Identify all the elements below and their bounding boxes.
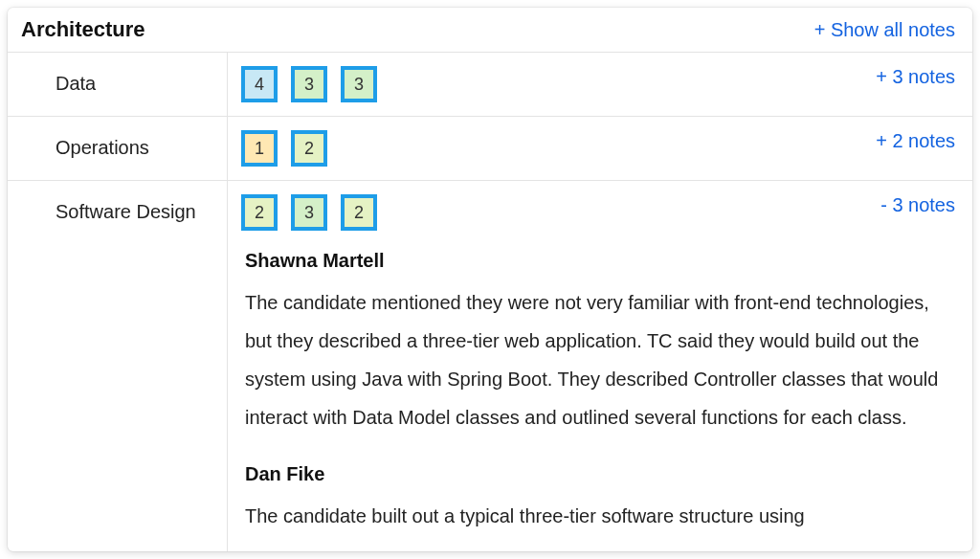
score-group: 1 2: [241, 130, 327, 167]
criteria-row-data: Data 4 3 3 + 3 notes: [8, 53, 972, 117]
score-box[interactable]: 2: [241, 194, 278, 231]
score-box[interactable]: 3: [341, 66, 377, 102]
note-author: Dan Fike: [245, 463, 944, 485]
criteria-content: 1 2 + 2 notes: [228, 117, 972, 180]
score-box[interactable]: 2: [291, 130, 327, 167]
criteria-content: 2 3 2 - 3 notes Shawna Martell The candi…: [228, 181, 972, 551]
show-all-notes-link[interactable]: + Show all notes: [814, 19, 955, 41]
toggle-notes-link[interactable]: - 3 notes: [880, 194, 955, 216]
score-group: 4 3 3: [241, 66, 377, 102]
score-box[interactable]: 1: [241, 130, 278, 167]
criteria-label: Data: [8, 53, 228, 116]
criteria-row-operations: Operations 1 2 + 2 notes: [8, 117, 972, 181]
score-group: 2 3 2: [241, 194, 377, 231]
toggle-notes-link[interactable]: + 2 notes: [876, 130, 955, 152]
criteria-top: 1 2 + 2 notes: [228, 117, 972, 180]
criteria-label: Software Design: [8, 181, 228, 551]
score-box[interactable]: 3: [291, 194, 327, 231]
evaluation-panel: Architecture + Show all notes Data 4 3 3…: [8, 8, 972, 551]
criteria-content: 4 3 3 + 3 notes: [228, 53, 972, 116]
criteria-top: 4 3 3 + 3 notes: [228, 53, 972, 116]
section-header: Architecture + Show all notes: [8, 8, 972, 53]
criteria-label: Operations: [8, 117, 228, 180]
note-text: The candidate built out a typical three-…: [245, 497, 944, 535]
score-box[interactable]: 3: [291, 66, 327, 102]
score-box[interactable]: 4: [241, 66, 278, 102]
notes-body: Shawna Martell The candidate mentioned t…: [228, 244, 972, 551]
criteria-row-software-design: Software Design 2 3 2 - 3 notes Shawna M…: [8, 181, 972, 551]
score-box[interactable]: 2: [341, 194, 377, 231]
toggle-notes-link[interactable]: + 3 notes: [876, 66, 955, 88]
note-author: Shawna Martell: [245, 250, 944, 272]
note-text: The candidate mentioned they were not ve…: [245, 283, 944, 436]
criteria-top: 2 3 2 - 3 notes: [228, 181, 972, 244]
section-title: Architecture: [21, 17, 145, 42]
